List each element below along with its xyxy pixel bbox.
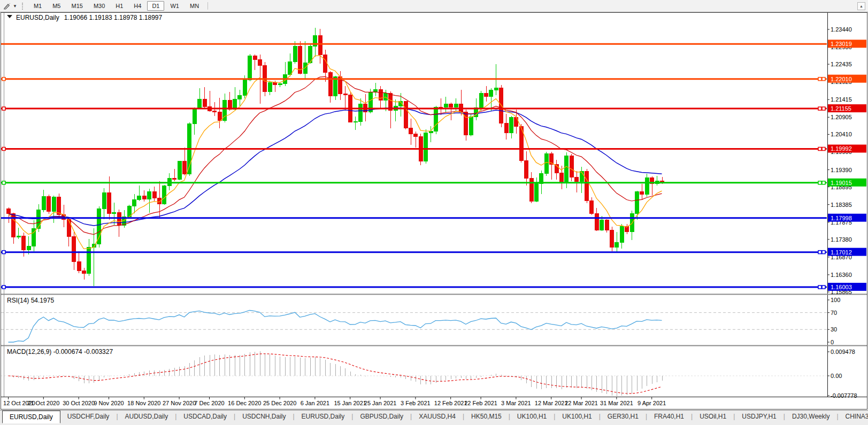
chart-tab-bar: EURUSD,DailyUSDCHF,Daily|AUDUSD,Daily|US… <box>0 410 868 425</box>
svg-text:1.21155: 1.21155 <box>831 105 851 112</box>
svg-text:9 Nov 2020: 9 Nov 2020 <box>94 400 124 406</box>
svg-text:1.20905: 1.20905 <box>831 114 852 120</box>
svg-text:-0.007778: -0.007778 <box>831 392 857 399</box>
svg-text:7 Dec 2020: 7 Dec 2020 <box>194 400 224 406</box>
chart-title: EURUSD,Daily1.19066 1.19183 1.18978 1.18… <box>16 14 163 21</box>
hline-handle[interactable] <box>822 107 825 110</box>
svg-text:3 Feb 2021: 3 Feb 2021 <box>401 400 431 406</box>
chart-tab-dj30-weekly[interactable]: DJ30,Weekly <box>785 411 836 422</box>
chart-tab-ger30-h1[interactable]: GER30,H1 <box>601 411 646 422</box>
svg-text:100: 100 <box>831 297 840 303</box>
chart-tab-usdchf-daily[interactable]: USDCHF,Daily <box>60 411 117 422</box>
hline-handle[interactable] <box>2 285 5 289</box>
svg-text:22 Feb 2021: 22 Feb 2021 <box>464 400 497 406</box>
svg-text:1.18385: 1.18385 <box>831 202 852 208</box>
svg-text:3 Mar 2021: 3 Mar 2021 <box>501 400 531 406</box>
toolbar-grip <box>22 3 23 10</box>
chart-tab-uk100-h1[interactable]: UK100,H1 <box>555 411 598 422</box>
timeframe-button-m30[interactable]: M30 <box>89 1 110 11</box>
chart-tab-gbpusd-daily[interactable]: GBPUSD,Daily <box>353 411 410 422</box>
svg-text:1.16003: 1.16003 <box>831 284 852 290</box>
hline-handle[interactable] <box>822 285 825 289</box>
svg-text:1.17012: 1.17012 <box>831 249 852 256</box>
timeframe-button-m15[interactable]: M15 <box>66 1 87 11</box>
hline-handle[interactable] <box>822 78 825 81</box>
svg-text:30: 30 <box>831 326 837 333</box>
chart-tab-usoil-h1[interactable]: USOil,H1 <box>693 411 733 422</box>
chart-tab-usdjpy-h1[interactable]: USDJPY,H1 <box>735 411 783 422</box>
hline-handle[interactable] <box>2 181 5 184</box>
svg-text:1.22010: 1.22010 <box>831 76 852 82</box>
timeframe-button-m1[interactable]: M1 <box>29 1 47 11</box>
timeframe-button-mn[interactable]: MN <box>185 1 204 11</box>
timeframe-button-d1[interactable]: D1 <box>147 1 164 11</box>
chart-tab-uk100-h1[interactable]: UK100,H1 <box>510 411 554 422</box>
svg-text:1.23440: 1.23440 <box>831 26 852 33</box>
svg-text:31 Mar 2021: 31 Mar 2021 <box>600 400 633 406</box>
hline-handle[interactable] <box>822 251 825 254</box>
svg-text:15 Jan 2021: 15 Jan 2021 <box>334 400 366 406</box>
svg-text:30 Oct 2020: 30 Oct 2020 <box>63 400 95 406</box>
hline-handle[interactable] <box>818 181 821 184</box>
macd-indicator-label: MACD(12,26,9) -0.000674 -0.003327 <box>7 348 113 356</box>
svg-text:1.17380: 1.17380 <box>831 236 852 243</box>
timeframe-button-h1[interactable]: H1 <box>111 1 128 11</box>
chart-tab-china300-h1[interactable]: CHINA300,H1 <box>839 411 868 422</box>
svg-text:18 Nov 2020: 18 Nov 2020 <box>127 400 160 406</box>
chart-tab-hk50-m15[interactable]: HK50,M15 <box>464 411 509 422</box>
hline-handle[interactable] <box>822 181 825 184</box>
hline-handle[interactable] <box>818 107 821 110</box>
svg-text:1.23019: 1.23019 <box>831 41 852 47</box>
svg-text:25 Jan 2021: 25 Jan 2021 <box>364 400 397 406</box>
svg-text:25 Dec 2020: 25 Dec 2020 <box>263 400 296 406</box>
chart-tab-audusd-daily[interactable]: AUDUSD,Daily <box>118 411 175 422</box>
toolbar-separator <box>208 2 208 10</box>
pencil-icon <box>3 2 11 10</box>
rsi-indicator-label: RSI(14) 54.1975 <box>7 297 54 304</box>
svg-text:0: 0 <box>831 339 834 345</box>
svg-text:22 Mar 2021: 22 Mar 2021 <box>565 400 598 406</box>
svg-text:12 Feb 2021: 12 Feb 2021 <box>434 400 467 406</box>
chart-tab-eurusd-daily[interactable]: EURUSD,Daily <box>2 411 60 423</box>
chart-tab-xauusd-h4[interactable]: XAUUSD,H4 <box>412 411 463 422</box>
chart-tab-fra40-h1[interactable]: FRA40,H1 <box>647 411 691 422</box>
hline-handle[interactable] <box>2 251 5 254</box>
hline-handle[interactable] <box>818 147 821 150</box>
chart-window[interactable]: 1.234401.229301.224351.219251.214151.209… <box>0 0 868 425</box>
svg-text:0.00: 0.00 <box>831 373 842 379</box>
hline-handle[interactable] <box>818 78 821 81</box>
svg-text:1.19992: 1.19992 <box>831 145 852 152</box>
svg-text:1.17998: 1.17998 <box>831 215 852 221</box>
hline-handle[interactable] <box>818 285 821 289</box>
svg-text:1.19390: 1.19390 <box>831 167 852 173</box>
svg-text:1.20410: 1.20410 <box>831 131 852 137</box>
toolbar-scroll-up-icon[interactable]: ▲ <box>857 2 865 10</box>
chart-tab-eurusd-daily[interactable]: EURUSD,Daily <box>295 411 352 422</box>
hline-handle[interactable] <box>2 78 5 81</box>
svg-text:1.19015: 1.19015 <box>831 180 852 186</box>
timeframe-button-w1[interactable]: W1 <box>165 1 184 11</box>
timeframe-toolbar: ▼ M1M5M15M30H1H4D1W1MN ▲ <box>0 0 868 12</box>
svg-text:12 Mar 2021: 12 Mar 2021 <box>535 400 568 406</box>
hline-handle[interactable] <box>822 147 825 150</box>
svg-text:21 Oct 2020: 21 Oct 2020 <box>27 400 59 406</box>
svg-text:9 Apr 2021: 9 Apr 2021 <box>637 400 666 406</box>
timeframe-buttons: M1M5M15M30H1H4D1W1MN <box>28 1 204 11</box>
timeframe-button-m5[interactable]: M5 <box>48 1 65 11</box>
svg-text:1.22435: 1.22435 <box>831 61 852 67</box>
svg-text:27 Nov 2020: 27 Nov 2020 <box>163 400 196 406</box>
timeframe-button-h4[interactable]: H4 <box>129 1 146 11</box>
hline-handle[interactable] <box>2 107 5 110</box>
svg-text:0.009478: 0.009478 <box>831 349 855 355</box>
chart-tab-usdcad-daily[interactable]: USDCAD,Daily <box>176 411 234 422</box>
tool-dropdown-caret-icon[interactable]: ▼ <box>13 4 17 9</box>
chart-tab-usdcnh-daily[interactable]: USDCNH,Daily <box>235 411 293 422</box>
svg-text:1.16360: 1.16360 <box>831 272 852 278</box>
svg-text:70: 70 <box>831 310 837 316</box>
line-tools-icon[interactable] <box>3 2 11 10</box>
svg-text:1.21415: 1.21415 <box>831 96 852 103</box>
hline-handle[interactable] <box>2 147 5 150</box>
hline-handle[interactable] <box>818 251 821 254</box>
mt4-terminal: ▼ M1M5M15M30H1H4D1W1MN ▲ 1.234401.229301… <box>0 0 868 425</box>
svg-text:6 Jan 2021: 6 Jan 2021 <box>301 400 329 406</box>
